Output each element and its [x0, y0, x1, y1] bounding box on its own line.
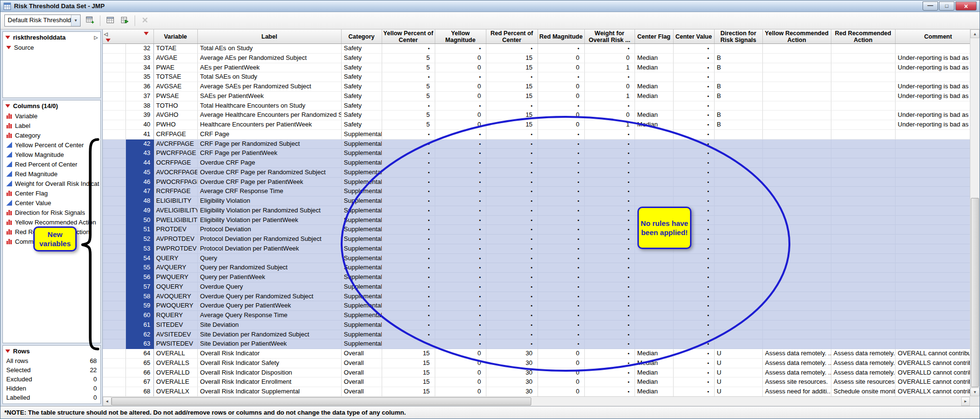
table-cell[interactable]: U: [715, 377, 763, 387]
table-cell[interactable]: ELIGIBILITY: [154, 196, 198, 206]
table-cell[interactable]: •: [538, 130, 585, 140]
table-cell[interactable]: [763, 330, 831, 340]
table-cell[interactable]: [635, 168, 674, 178]
table-script-item-source[interactable]: Source: [3, 42, 100, 52]
table-cell[interactable]: •: [382, 244, 435, 254]
table-cell[interactable]: Supplemental: [342, 330, 382, 340]
table-cell[interactable]: •: [538, 44, 585, 54]
table-cell[interactable]: 0: [585, 111, 635, 120]
table-script-dropdown[interactable]: Default Risk Threshold ▼: [4, 14, 81, 27]
table-red-triangle-menu[interactable]: [5, 36, 10, 39]
table-cell[interactable]: [831, 206, 896, 216]
table-cell[interactable]: [715, 273, 763, 282]
table-cell[interactable]: [715, 282, 763, 292]
table-cell[interactable]: [763, 196, 831, 206]
table-cell[interactable]: QUERY: [154, 254, 198, 264]
rows-stat[interactable]: All rows68: [3, 356, 100, 365]
table-cell[interactable]: [715, 72, 763, 82]
row-number[interactable]: 59: [126, 301, 154, 311]
table-cell[interactable]: •: [585, 140, 635, 149]
columns-menu-red-triangle[interactable]: [144, 32, 149, 35]
table-cell[interactable]: •: [382, 101, 435, 111]
table-cell[interactable]: •: [674, 235, 715, 244]
row-number[interactable]: 53: [126, 244, 154, 254]
column-header[interactable]: Yellow Recommended Action: [763, 29, 831, 43]
table-cell[interactable]: Supplemental: [342, 187, 382, 196]
column-header[interactable]: Weight for Overall Risk ...: [585, 29, 635, 43]
table-cell[interactable]: •: [382, 263, 435, 273]
row-state-cell[interactable]: [103, 101, 126, 111]
table-cell[interactable]: •: [674, 130, 715, 140]
row-state-cell[interactable]: [103, 339, 126, 349]
table-cell[interactable]: OVERALL cannot contribute ...: [896, 349, 970, 359]
sidebar-column-item[interactable]: Comment: [3, 237, 100, 246]
row-state-cell[interactable]: [103, 273, 126, 282]
table-cell[interactable]: Overall: [342, 377, 382, 387]
row-state-cell[interactable]: [103, 292, 126, 302]
row-state-cell[interactable]: [103, 206, 126, 216]
table-cell[interactable]: •: [538, 72, 585, 82]
table-cell[interactable]: [763, 187, 831, 196]
table-cell[interactable]: •: [486, 168, 538, 178]
table-cell[interactable]: Overall Risk Indicator Supplemental: [198, 387, 342, 396]
table-cell[interactable]: [715, 149, 763, 158]
table-cell[interactable]: [635, 149, 674, 158]
table-cell[interactable]: B: [715, 63, 763, 73]
table-cell[interactable]: [715, 339, 763, 349]
row-number[interactable]: 58: [126, 292, 154, 302]
table-cell[interactable]: PWELIGIBILITY: [154, 216, 198, 225]
table-cell[interactable]: 1: [585, 63, 635, 73]
table-cell[interactable]: [715, 178, 763, 187]
table-cell[interactable]: •: [486, 149, 538, 158]
table-cell[interactable]: AVGSAE: [154, 82, 198, 92]
table-cell[interactable]: Site Deviation: [198, 321, 342, 330]
table-cell[interactable]: •: [486, 44, 538, 54]
table-cell[interactable]: AVELIGIBILITY: [154, 206, 198, 216]
row-number[interactable]: 45: [126, 168, 154, 178]
table-cell[interactable]: [635, 292, 674, 302]
table-cell[interactable]: •: [435, 339, 486, 349]
table-cell[interactable]: [715, 130, 763, 140]
column-header[interactable]: Comment: [896, 29, 970, 43]
table-cell[interactable]: Protocol Deviation per PatientWeek: [198, 244, 342, 254]
table-cell[interactable]: Average Healthcare Encounters per Random…: [198, 111, 342, 120]
table-cell[interactable]: Median: [635, 377, 674, 387]
scroll-down-button[interactable]: ▼: [970, 388, 980, 396]
row-number[interactable]: 37: [126, 92, 154, 101]
table-cell[interactable]: Total Healthcare Encounters on Study: [198, 101, 342, 111]
table-cell[interactable]: [763, 178, 831, 187]
table-cell[interactable]: [831, 235, 896, 244]
row-state-cell[interactable]: [103, 244, 126, 254]
row-state-cell[interactable]: [103, 330, 126, 340]
table-cell[interactable]: •: [674, 92, 715, 101]
table-cell[interactable]: 0: [585, 54, 635, 63]
table-cell[interactable]: 0: [435, 377, 486, 387]
table-cell[interactable]: Supplemental: [342, 235, 382, 244]
table-cell[interactable]: 1: [585, 92, 635, 101]
table-cell[interactable]: [831, 301, 896, 311]
rows-stat[interactable]: Selected22: [3, 365, 100, 375]
table-cell[interactable]: •: [585, 178, 635, 187]
table-cell[interactable]: •: [435, 225, 486, 235]
table-cell[interactable]: [831, 63, 896, 73]
table-cell[interactable]: •: [674, 216, 715, 225]
table-cell[interactable]: •: [435, 254, 486, 264]
table-cell[interactable]: •: [435, 158, 486, 168]
table-cell[interactable]: OVERALLE cannot contribut...: [896, 377, 970, 387]
table-cell[interactable]: •: [435, 187, 486, 196]
table-cell[interactable]: 15: [486, 120, 538, 130]
table-cell[interactable]: PWOQUERY: [154, 301, 198, 311]
table-cell[interactable]: [635, 330, 674, 340]
horizontal-scroll-thumb[interactable]: [111, 397, 531, 405]
row-number[interactable]: 60: [126, 311, 154, 321]
rows-stat[interactable]: Labelled0: [3, 393, 100, 402]
table-cell[interactable]: SAEs per PatientWeek: [198, 92, 342, 101]
table-cell[interactable]: [635, 187, 674, 196]
table-cell[interactable]: [831, 158, 896, 168]
table-cell[interactable]: [831, 292, 896, 302]
table-cell[interactable]: AEs per PatientWeek: [198, 63, 342, 73]
row-number[interactable]: 41: [126, 130, 154, 140]
table-cell[interactable]: •: [382, 254, 435, 264]
table-cell[interactable]: •: [486, 282, 538, 292]
maximize-button[interactable]: □: [939, 1, 954, 11]
